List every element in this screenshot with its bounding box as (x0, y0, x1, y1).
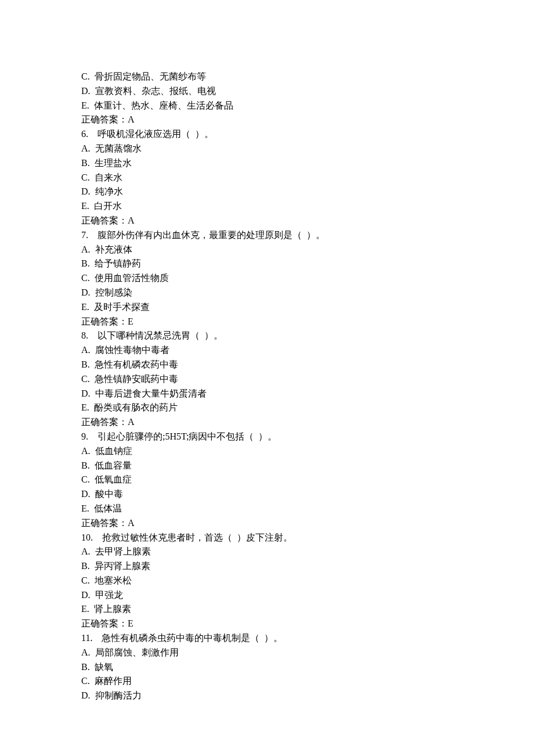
text-line: A. 腐蚀性毒物中毒者 (81, 343, 453, 358)
text-line: B. 缺氧 (81, 660, 453, 675)
question-line: 6. 呼吸机湿化液应选用（ ）。 (81, 127, 453, 142)
answer-line: 正确答案：A (81, 214, 453, 228)
text-line: D. 酸中毒 (81, 487, 453, 502)
text-line: D. 抑制酶活力 (81, 689, 453, 703)
question-line: 9. 引起心脏骤停的;5H5T;病因中不包括（ ）。 (81, 430, 453, 444)
text-line: C. 地塞米松 (81, 574, 453, 588)
answer-line: 正确答案：E (81, 315, 453, 329)
text-line: E. 肾上腺素 (81, 602, 453, 617)
text-line: D. 控制感染 (81, 286, 453, 300)
text-line: C. 麻醉作用 (81, 674, 453, 689)
answer-line: 正确答案：A (81, 415, 453, 430)
answer-line: 正确答案：E (81, 617, 453, 631)
text-line: E. 酚类或有肠衣的药片 (81, 401, 453, 415)
text-line: E. 白开水 (81, 199, 453, 214)
answer-line: 正确答案：A (81, 516, 453, 531)
text-line: E. 及时手术探查 (81, 300, 453, 315)
text-line: A. 去甲肾上腺素 (81, 545, 453, 559)
text-line: C. 低氧血症 (81, 473, 453, 487)
question-line: 8. 以下哪种情况禁忌洗胃（ ）。 (81, 329, 453, 343)
text-line: B. 给予镇静药 (81, 257, 453, 271)
text-line: D. 甲强龙 (81, 588, 453, 603)
document-page: C. 骨折固定物品、无菌纱布等 D. 宣教资料、杂志、报纸、电视 E. 体重计、… (0, 0, 534, 703)
text-line: C. 急性镇静安眠药中毒 (81, 372, 453, 387)
text-line: C. 自来水 (81, 171, 453, 185)
text-line: D. 宣教资料、杂志、报纸、电视 (81, 84, 453, 99)
text-line: A. 无菌蒸馏水 (81, 142, 453, 156)
text-line: C. 使用血管活性物质 (81, 271, 453, 286)
text-line: E. 体重计、热水、座椅、生活必备品 (81, 99, 453, 113)
text-line: B. 异丙肾上腺素 (81, 559, 453, 574)
text-line: A. 低血钠症 (81, 444, 453, 459)
answer-line: 正确答案：A (81, 113, 453, 127)
text-line: B. 生理盐水 (81, 156, 453, 171)
text-line: E. 低体温 (81, 502, 453, 516)
text-line: A. 局部腐蚀、刺激作用 (81, 646, 453, 660)
text-line: B. 低血容量 (81, 459, 453, 473)
text-line: D. 纯净水 (81, 185, 453, 199)
text-line: A. 补充液体 (81, 243, 453, 257)
question-line: 10. 抢救过敏性休克患者时，首选（ ）皮下注射。 (81, 531, 453, 545)
text-line: C. 骨折固定物品、无菌纱布等 (81, 70, 453, 84)
text-line: D. 中毒后进食大量牛奶蛋清者 (81, 387, 453, 401)
question-line: 11. 急性有机磷杀虫药中毒的中毒机制是（ ）。 (81, 631, 453, 646)
text-line: B. 急性有机磷农药中毒 (81, 358, 453, 372)
question-line: 7. 腹部外伤伴有内出血休克，最重要的处理原则是（ ）。 (81, 228, 453, 243)
